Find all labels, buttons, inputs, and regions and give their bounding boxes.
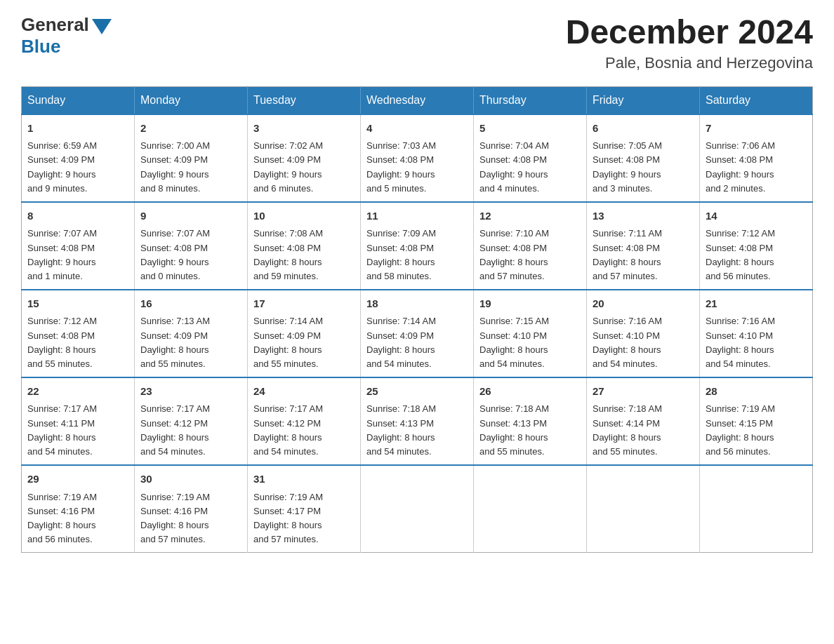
calendar-cell: 24 Sunrise: 7:17 AM Sunset: 4:12 PM Dayl… — [248, 377, 361, 465]
calendar-cell: 28 Sunrise: 7:19 AM Sunset: 4:15 PM Dayl… — [700, 377, 813, 465]
day-number: 1 — [27, 121, 128, 137]
calendar-cell: 7 Sunrise: 7:06 AM Sunset: 4:08 PM Dayli… — [700, 114, 813, 202]
calendar-cell: 23 Sunrise: 7:17 AM Sunset: 4:12 PM Dayl… — [135, 377, 248, 465]
day-info: Sunrise: 7:16 AM Sunset: 4:10 PM Dayligh… — [706, 314, 807, 371]
day-number: 10 — [253, 208, 355, 224]
calendar-week-row: 15 Sunrise: 7:12 AM Sunset: 4:08 PM Dayl… — [22, 290, 813, 377]
calendar-cell — [474, 465, 587, 553]
day-number: 25 — [366, 384, 468, 400]
day-number: 20 — [593, 296, 694, 312]
day-number: 28 — [706, 384, 807, 400]
calendar-cell: 19 Sunrise: 7:15 AM Sunset: 4:10 PM Dayl… — [474, 290, 587, 377]
calendar-cell: 2 Sunrise: 7:00 AM Sunset: 4:09 PM Dayli… — [135, 114, 248, 202]
day-number: 15 — [27, 296, 128, 312]
day-info: Sunrise: 7:04 AM Sunset: 4:08 PM Dayligh… — [479, 139, 581, 196]
day-info: Sunrise: 7:12 AM Sunset: 4:08 PM Dayligh… — [27, 314, 128, 371]
calendar-cell: 9 Sunrise: 7:07 AM Sunset: 4:08 PM Dayli… — [135, 202, 248, 290]
day-number: 31 — [253, 471, 355, 488]
logo-blue-text: Blue — [21, 36, 60, 58]
day-info: Sunrise: 7:19 AM Sunset: 4:15 PM Dayligh… — [706, 402, 807, 459]
day-info: Sunrise: 7:02 AM Sunset: 4:09 PM Dayligh… — [253, 139, 355, 196]
calendar-cell: 13 Sunrise: 7:11 AM Sunset: 4:08 PM Dayl… — [587, 202, 700, 290]
day-info: Sunrise: 7:07 AM Sunset: 4:08 PM Dayligh… — [27, 227, 128, 283]
day-info: Sunrise: 7:18 AM Sunset: 4:13 PM Dayligh… — [366, 402, 468, 459]
day-number: 26 — [479, 384, 581, 400]
day-info: Sunrise: 7:14 AM Sunset: 4:09 PM Dayligh… — [366, 314, 468, 371]
header-sunday: Sunday — [22, 86, 135, 114]
day-info: Sunrise: 7:18 AM Sunset: 4:13 PM Dayligh… — [479, 402, 581, 459]
calendar-cell: 10 Sunrise: 7:08 AM Sunset: 4:08 PM Dayl… — [248, 202, 361, 290]
day-info: Sunrise: 7:19 AM Sunset: 4:16 PM Dayligh… — [27, 490, 128, 547]
day-info: Sunrise: 7:17 AM Sunset: 4:12 PM Dayligh… — [253, 402, 355, 459]
header-tuesday: Tuesday — [248, 86, 361, 114]
day-info: Sunrise: 7:12 AM Sunset: 4:08 PM Dayligh… — [706, 227, 807, 283]
calendar-cell: 18 Sunrise: 7:14 AM Sunset: 4:09 PM Dayl… — [361, 290, 474, 377]
calendar-table: Sunday Monday Tuesday Wednesday Thursday… — [21, 86, 813, 553]
day-info: Sunrise: 7:17 AM Sunset: 4:12 PM Dayligh… — [140, 402, 241, 459]
day-number: 8 — [27, 208, 128, 224]
calendar-cell: 30 Sunrise: 7:19 AM Sunset: 4:16 PM Dayl… — [135, 465, 248, 553]
day-number: 6 — [593, 121, 694, 137]
day-info: Sunrise: 7:08 AM Sunset: 4:08 PM Dayligh… — [253, 227, 355, 283]
calendar-cell: 8 Sunrise: 7:07 AM Sunset: 4:08 PM Dayli… — [22, 202, 135, 290]
day-info: Sunrise: 7:13 AM Sunset: 4:09 PM Dayligh… — [140, 314, 241, 371]
calendar-cell: 29 Sunrise: 7:19 AM Sunset: 4:16 PM Dayl… — [22, 465, 135, 553]
calendar-cell: 16 Sunrise: 7:13 AM Sunset: 4:09 PM Dayl… — [135, 290, 248, 377]
page-header: General Blue December 2024 Pale, Bosnia … — [21, 14, 813, 72]
day-number: 18 — [366, 296, 468, 312]
title-section: December 2024 Pale, Bosnia and Herzegovi… — [566, 14, 813, 72]
calendar-cell: 14 Sunrise: 7:12 AM Sunset: 4:08 PM Dayl… — [700, 202, 813, 290]
day-number: 2 — [140, 121, 241, 137]
calendar-cell: 3 Sunrise: 7:02 AM Sunset: 4:09 PM Dayli… — [248, 114, 361, 202]
calendar-week-row: 8 Sunrise: 7:07 AM Sunset: 4:08 PM Dayli… — [22, 202, 813, 290]
calendar-cell: 12 Sunrise: 7:10 AM Sunset: 4:08 PM Dayl… — [474, 202, 587, 290]
header-row: Sunday Monday Tuesday Wednesday Thursday… — [22, 86, 813, 114]
calendar-cell: 25 Sunrise: 7:18 AM Sunset: 4:13 PM Dayl… — [361, 377, 474, 465]
day-info: Sunrise: 7:17 AM Sunset: 4:11 PM Dayligh… — [27, 402, 128, 459]
day-number: 23 — [140, 384, 241, 400]
calendar-cell: 1 Sunrise: 6:59 AM Sunset: 4:09 PM Dayli… — [22, 114, 135, 202]
day-number: 5 — [479, 121, 581, 137]
location-title: Pale, Bosnia and Herzegovina — [566, 54, 813, 72]
day-info: Sunrise: 6:59 AM Sunset: 4:09 PM Dayligh… — [27, 139, 128, 196]
day-number: 9 — [140, 208, 241, 224]
calendar-cell: 27 Sunrise: 7:18 AM Sunset: 4:14 PM Dayl… — [587, 377, 700, 465]
day-number: 22 — [27, 384, 128, 400]
day-number: 13 — [593, 208, 694, 224]
calendar-cell — [361, 465, 474, 553]
day-number: 7 — [706, 121, 807, 137]
day-number: 11 — [366, 208, 468, 224]
header-monday: Monday — [135, 86, 248, 114]
calendar-cell: 22 Sunrise: 7:17 AM Sunset: 4:11 PM Dayl… — [22, 377, 135, 465]
day-number: 21 — [706, 296, 807, 312]
calendar-cell: 31 Sunrise: 7:19 AM Sunset: 4:17 PM Dayl… — [248, 465, 361, 553]
header-wednesday: Wednesday — [361, 86, 474, 114]
calendar-cell — [587, 465, 700, 553]
header-saturday: Saturday — [700, 86, 813, 114]
day-info: Sunrise: 7:19 AM Sunset: 4:17 PM Dayligh… — [253, 490, 355, 547]
day-info: Sunrise: 7:19 AM Sunset: 4:16 PM Dayligh… — [140, 490, 241, 547]
day-info: Sunrise: 7:11 AM Sunset: 4:08 PM Dayligh… — [593, 227, 694, 283]
day-info: Sunrise: 7:14 AM Sunset: 4:09 PM Dayligh… — [253, 314, 355, 371]
calendar-cell: 26 Sunrise: 7:18 AM Sunset: 4:13 PM Dayl… — [474, 377, 587, 465]
calendar-cell: 21 Sunrise: 7:16 AM Sunset: 4:10 PM Dayl… — [700, 290, 813, 377]
day-number: 14 — [706, 208, 807, 224]
calendar-week-row: 22 Sunrise: 7:17 AM Sunset: 4:11 PM Dayl… — [22, 377, 813, 465]
logo-general-text: General — [21, 14, 89, 36]
month-title: December 2024 — [566, 14, 813, 51]
day-info: Sunrise: 7:09 AM Sunset: 4:08 PM Dayligh… — [366, 227, 468, 283]
header-friday: Friday — [587, 86, 700, 114]
day-number: 17 — [253, 296, 355, 312]
day-number: 27 — [593, 384, 694, 400]
calendar-cell: 11 Sunrise: 7:09 AM Sunset: 4:08 PM Dayl… — [361, 202, 474, 290]
header-thursday: Thursday — [474, 86, 587, 114]
day-number: 19 — [479, 296, 581, 312]
calendar-week-row: 1 Sunrise: 6:59 AM Sunset: 4:09 PM Dayli… — [22, 114, 813, 202]
day-number: 24 — [253, 384, 355, 400]
day-number: 30 — [140, 471, 241, 488]
day-info: Sunrise: 7:18 AM Sunset: 4:14 PM Dayligh… — [593, 402, 694, 459]
day-info: Sunrise: 7:07 AM Sunset: 4:08 PM Dayligh… — [140, 227, 241, 283]
day-number: 4 — [366, 121, 468, 137]
day-info: Sunrise: 7:15 AM Sunset: 4:10 PM Dayligh… — [479, 314, 581, 371]
day-number: 3 — [253, 121, 355, 137]
